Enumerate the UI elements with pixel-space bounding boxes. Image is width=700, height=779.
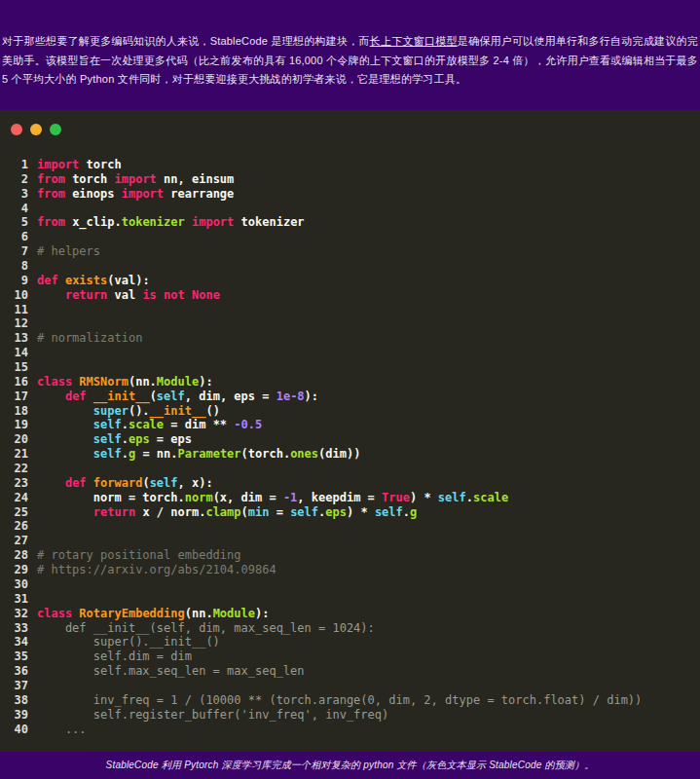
token-pl: [37, 390, 65, 403]
token-kw: return: [65, 288, 107, 302]
token-pl: .: [122, 432, 129, 446]
intro-text: 对于那些想要了解更多编码知识的人来说，StableCode 是理想的构建块，而长…: [2, 32, 698, 90]
line-content: from torch import nn, einsum: [37, 172, 234, 187]
token-bi: self: [290, 505, 318, 519]
token-bi: self: [438, 491, 466, 504]
token-pl: = eps: [150, 432, 192, 446]
line-number: 18: [0, 404, 37, 419]
token-pl: [37, 447, 93, 461]
line-content: return val is not None: [37, 288, 220, 303]
line-number: 35: [0, 649, 37, 664]
maximize-button[interactable]: [50, 124, 61, 135]
line-number: 33: [0, 621, 37, 636]
code-line: 10 return val is not None: [0, 288, 700, 303]
code-line: 28# rotary positional embedding: [0, 548, 700, 563]
token-fn: __init__: [93, 390, 150, 403]
token-kw: is: [142, 288, 156, 302]
line-content: super().__init__(): [37, 635, 220, 649]
line-number: 32: [0, 607, 37, 621]
code-line: 37: [0, 679, 700, 693]
token-gh: self.max_seq_len = max_seq_len: [37, 664, 305, 678]
token-pl: norm = torch.: [37, 491, 185, 504]
line-number: 27: [0, 534, 37, 548]
token-kw: def: [37, 274, 58, 287]
token-pl: [185, 215, 192, 229]
line-number: 9: [0, 274, 37, 288]
line-content: super().__init__(): [37, 404, 220, 419]
token-kw: from: [37, 187, 65, 201]
token-gh: super().__init__(): [37, 635, 220, 649]
token-bi: self: [93, 432, 122, 446]
token-pl: [87, 476, 93, 490]
token-mt: Module: [157, 375, 199, 389]
line-content: # helpers: [37, 244, 100, 259]
token-fn: forward: [93, 476, 143, 490]
token-mt: scale: [473, 491, 508, 504]
token-kw: import: [37, 158, 79, 171]
token-kw: from: [37, 215, 65, 229]
code-line: 14: [0, 346, 700, 360]
code-line: 16class RMSNorm(nn.Module):: [0, 375, 700, 390]
line-content: self.register_buffer('inv_freq', inv_fre…: [37, 708, 388, 723]
code-line: 1import torch: [0, 158, 700, 172]
line-content: # rotary positional embedding: [37, 548, 241, 563]
token-fn: RotaryEmbedding: [79, 607, 184, 620]
code-line: 12: [0, 316, 700, 331]
token-mt: tokenizer: [122, 215, 185, 229]
line-number: 2: [0, 172, 37, 187]
token-pl: ):: [199, 375, 212, 389]
token-pl: [37, 505, 93, 519]
token-pl: nn, einsum: [157, 172, 234, 186]
context-window-link[interactable]: 长上下文窗口模型: [370, 35, 458, 47]
token-fn: RMSNorm: [79, 375, 129, 389]
line-content: def exists(val):: [37, 274, 150, 288]
line-number: 39: [0, 708, 37, 723]
close-button[interactable]: [11, 124, 22, 135]
caption-text: StableCode 利用 Pytorch 深度学习库完成一个相对复杂的 pyt…: [106, 759, 595, 772]
code-line: 15: [0, 360, 700, 375]
token-cm: # https://arxiv.org/abs/2104.09864: [37, 563, 276, 576]
token-mt: Module: [213, 607, 255, 620]
token-pl: [37, 288, 65, 302]
token-pl: [37, 432, 93, 446]
line-content: from x_clip.tokenizer import tokenizer: [37, 215, 305, 230]
token-pl: x_clip.: [65, 215, 122, 229]
line-number: 16: [0, 375, 37, 390]
line-number: 12: [0, 316, 37, 331]
code-line: 4: [0, 202, 700, 216]
intro-banner: 对于那些想要了解更多编码知识的人来说，StableCode 是理想的构建块，而长…: [0, 0, 700, 110]
token-fn: __init__: [150, 404, 206, 418]
token-pl: .: [403, 505, 410, 519]
code-line: 17 def __init__(self, dim, eps = 1e-8):: [0, 390, 700, 404]
code-line: 29# https://arxiv.org/abs/2104.09864: [0, 563, 700, 577]
token-pl: , dim, eps =: [185, 390, 276, 403]
token-pl: (: [241, 505, 248, 519]
line-content: self.eps = eps: [37, 432, 192, 447]
token-pl: rearrange: [164, 187, 234, 201]
minimize-button[interactable]: [30, 124, 42, 135]
code-line: 19 self.scale = dim ** -0.5: [0, 418, 700, 432]
token-pl: = dim **: [164, 418, 234, 431]
code-line: 39 self.register_buffer('inv_freq', inv_…: [0, 708, 700, 723]
line-content: self.max_seq_len = max_seq_len: [37, 664, 305, 679]
token-kw: import: [122, 187, 164, 201]
line-content: self.dim = dim: [37, 649, 192, 664]
token-pl: [58, 274, 65, 287]
token-gh: def __init__(self, dim, max_seq_len = 10…: [37, 621, 375, 635]
line-number: 7: [0, 244, 37, 259]
line-content: return x / norm.clamp(min = self.eps) * …: [37, 505, 417, 520]
token-kw: not: [164, 288, 185, 302]
token-cm: # helpers: [37, 244, 100, 258]
token-pl: (: [142, 476, 149, 490]
line-number: 36: [0, 664, 37, 679]
code-line: 32class RotaryEmbedding(nn.Module):: [0, 607, 700, 621]
token-bi: self: [93, 418, 122, 431]
token-pl: (: [150, 390, 157, 403]
code-line: 25 return x / norm.clamp(min = self.eps)…: [0, 505, 700, 520]
line-content: from einops import rearrange: [37, 187, 234, 202]
code-line: 40 ...: [0, 723, 700, 737]
line-number: 31: [0, 592, 37, 607]
token-pl: torch: [79, 158, 121, 171]
line-content: def __init__(self, dim, eps = 1e-8):: [37, 390, 318, 404]
token-kw: None: [192, 288, 220, 302]
